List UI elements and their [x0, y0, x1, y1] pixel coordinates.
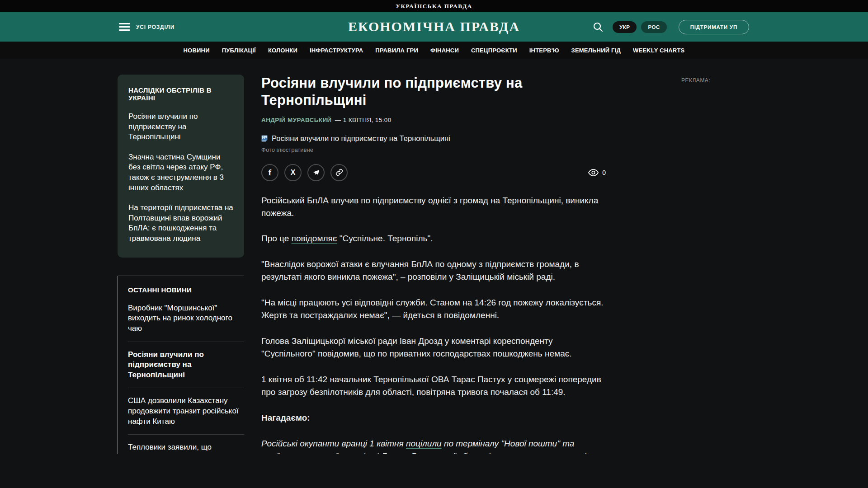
hamburger-icon [119, 23, 130, 31]
all-sections-menu[interactable]: УСІ РОЗДІЛИ [119, 23, 175, 31]
lang-toggle-ukr[interactable]: УКР [613, 21, 637, 33]
nav-item-pravyla-hry[interactable]: ПРАВИЛА ГРИ [375, 47, 418, 54]
author-link[interactable]: АНДРІЙ МУРАВСЬКИЙ [261, 117, 332, 123]
topic-item[interactable]: Росіяни влучили по підприємству на Терно… [128, 112, 233, 142]
x-twitter-icon: X [291, 169, 296, 177]
nav-item-novyny[interactable]: НОВИНИ [184, 47, 210, 54]
paragraph: Про це повідомляє "Суспільне. Тернопіль"… [261, 232, 606, 245]
eye-icon [588, 169, 599, 177]
top-brand-bar: УКРАЇНСЬКА ПРАВДА [0, 0, 868, 12]
main-navigation: НОВИНИ ПУБЛІКАЦІЇ КОЛОНКИ ІНФРАСТРУКТУРА… [0, 42, 868, 59]
latest-news-block: ОСТАННІ НОВИНИ Виробник "Моршинської" ви… [118, 276, 244, 454]
paragraph: Голова Заліщицькорї міської ради Іван Др… [261, 335, 606, 360]
share-facebook-button[interactable]: f [261, 164, 278, 181]
topic-item[interactable]: На території підприємства на Полтавщині … [128, 203, 233, 244]
paragraph: 1 квітня об 11:42 начальник Тернопільько… [261, 373, 606, 399]
related-link[interactable]: поцілили [406, 439, 442, 448]
image-caption: Фото ілюстративне [261, 146, 606, 153]
latest-news-title: ОСТАННІ НОВИНИ [128, 286, 244, 294]
support-up-button[interactable]: ПІДТРИМАТИ УП [679, 20, 749, 34]
nav-item-finansy[interactable]: ФІНАНСИ [430, 47, 459, 54]
search-button[interactable] [593, 22, 604, 33]
header-actions: УКР РОС ПІДТРИМАТИ УП [593, 20, 749, 34]
article-title: Росіяни влучили по підприємству на Терно… [261, 75, 606, 109]
latest-news-item[interactable]: США дозволили Казахстану продовжити тран… [128, 388, 244, 435]
facebook-icon: f [269, 168, 271, 178]
nav-item-spetsproekty[interactable]: СПЕЦПРОЄКТИ [471, 47, 517, 54]
ad-column: РЕКЛАМА: [681, 75, 710, 84]
ad-label: РЕКЛАМА: [681, 77, 710, 84]
nav-item-weekly-charts[interactable]: WEEKLY CHARTS [633, 47, 685, 54]
left-sidebar: НАСЛІДКИ ОБСТРІЛІВ В УКРАЇНІ Росіяни влу… [118, 75, 244, 454]
search-icon [593, 22, 604, 33]
image-alt-text: Росіяни влучили по підприємству на Терно… [272, 134, 450, 143]
topic-block-shelling-consequences: НАСЛІДКИ ОБСТРІЛІВ В УКРАЇНІ Росіяни влу… [118, 75, 244, 258]
article-image-broken: Росіяни влучили по підприємству на Терно… [261, 134, 606, 143]
paragraph: "Внаслідок ворожої атаки є влучання БпЛА… [261, 258, 606, 283]
all-sections-label: УСІ РОЗДІЛИ [136, 24, 175, 30]
paragraph-italic: Російські окупанти вранці 1 квітня поціл… [261, 437, 606, 454]
topic-block-title: НАСЛІДКИ ОБСТРІЛІВ В УКРАЇНІ [128, 86, 233, 102]
reminder-label: Нагадаємо: [261, 412, 606, 424]
page-content: НАСЛІДКИ ОБСТРІЛІВ В УКРАЇНІ Росіяни влу… [0, 59, 868, 454]
lang-toggle-ros[interactable]: РОС [641, 21, 666, 33]
views-counter: 0 [588, 169, 606, 177]
latest-news-item-current[interactable]: Росіяни влучили по підприємству на Терно… [128, 342, 244, 389]
copy-link-button[interactable] [330, 164, 348, 181]
latest-news-item[interactable]: Тепловики заявили, що вимушені зупинити … [128, 435, 244, 454]
source-link[interactable]: повідомляє [292, 234, 337, 243]
nav-item-kolonky[interactable]: КОЛОНКИ [268, 47, 297, 54]
nav-item-publikatsii[interactable]: ПУБЛІКАЦІЇ [222, 47, 256, 54]
share-telegram-button[interactable] [307, 164, 325, 181]
views-count: 0 [602, 169, 606, 176]
nav-item-infrastruktura[interactable]: ІНФРАСТРУКТУРА [310, 47, 363, 54]
topic-item[interactable]: Значна частина Сумщини без світла через … [128, 152, 233, 193]
article-byline: АНДРІЙ МУРАВСЬКИЙ — 1 КВІТНЯ, 15:00 [261, 117, 606, 123]
broken-image-icon [261, 135, 269, 142]
paragraph: Російський БпЛА влучив по підприємству о… [261, 194, 606, 220]
latest-news-list: Виробник "Моршинської" виходить на ринок… [128, 296, 244, 454]
share-x-button[interactable]: X [284, 164, 302, 181]
ukrainska-pravda-logo[interactable]: УКРАЇНСЬКА ПРАВДА [396, 3, 472, 10]
nav-item-interviu[interactable]: ІНТЕРВ'Ю [529, 47, 559, 54]
publish-date: — 1 КВІТНЯ, 15:00 [335, 117, 392, 123]
site-header: УСІ РОЗДІЛИ ЕКОНОМІЧНА ПРАВДА УКР РОС ПІ… [0, 12, 868, 42]
article-main: Росіяни влучили по підприємству на Терно… [261, 75, 606, 454]
ekonomichna-pravda-logo[interactable]: ЕКОНОМІЧНА ПРАВДА [348, 19, 520, 34]
latest-news-item[interactable]: Виробник "Моршинської" виходить на ринок… [128, 296, 244, 342]
telegram-icon [312, 169, 320, 176]
nav-item-zemelnyi-hid[interactable]: ЗЕМЕЛЬНИЙ ГІД [571, 47, 621, 54]
copy-link-icon [335, 169, 343, 176]
article-body: Російський БпЛА влучив по підприємству о… [261, 194, 606, 454]
paragraph: "На місці працюють усі відповідні служби… [261, 296, 606, 322]
share-toolbar: f X 0 [261, 164, 606, 181]
